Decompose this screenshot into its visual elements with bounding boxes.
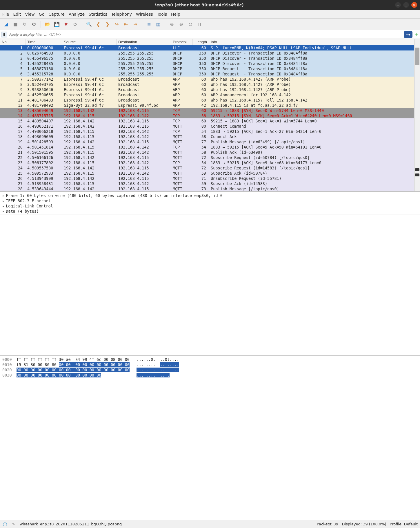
column-time[interactable]: Time [26,39,62,45]
menu-telephony[interactable]: Telephony [111,12,132,17]
stop-capture-icon[interactable]: ■ [12,21,19,28]
tree-item[interactable]: ▸Data (4 bytes) [2,209,418,214]
zoom-out-icon[interactable]: ⊖ [177,21,185,28]
hex-row[interactable]: 0000 ff ff ff ff ff ff 30 ae a4 99 4f 6c… [2,357,418,362]
hex-row[interactable]: 0030 00 00 00 00 00 00 00 00 00 00 00 00… [2,373,418,378]
table-row[interactable]: 144.485715715192.168.4.115192.168.4.142T… [0,113,414,118]
table-row[interactable]: 134.485694049192.168.4.142192.168.4.115T… [0,108,414,113]
display-filter-bar: ▮ →▾ ＋ [0,30,420,39]
expert-info-icon[interactable]: ◯ [2,522,8,527]
colorize-icon[interactable]: ▦ [154,21,162,28]
table-row[interactable]: 73.509377142Espressi_99:4f:6cBroadcastAR… [0,77,414,82]
table-row[interactable]: 274.513958431192.168.4.115192.168.4.142M… [0,181,414,186]
status-bar: ◯ ✎ wireshark_enp3s0_20201118205211_bgO3… [0,520,420,528]
table-row[interactable]: 264.513943909192.168.4.142192.168.4.115M… [0,176,414,181]
menu-help[interactable]: Help [171,12,180,17]
tree-item[interactable]: ▸IEEE 802.3 Ethernet [2,198,418,204]
table-row[interactable]: 194.501428593192.168.4.142192.168.4.115M… [0,139,414,144]
table-row[interactable]: 20.0267649330.0.0.0255.255.255.255DHCP35… [0,50,414,56]
go-back-icon[interactable]: ❮ [94,21,102,28]
packet-list-pane: No. Time Source Destination Protocol Len… [0,39,420,191]
menu-file[interactable]: File [2,12,9,17]
table-row[interactable]: 284.533643444192.168.4.142192.168.4.115M… [0,186,414,191]
table-row[interactable]: 124.481798492Giga-Byt_22:ad:f7Espressi_9… [0,103,414,108]
capture-options-icon[interactable]: ⚙ [30,21,38,28]
table-row[interactable]: 10.000000000Espressi_99:4f:6cBroadcastLL… [0,45,414,50]
column-destination[interactable]: Destination [117,39,171,45]
table-row[interactable]: 184.493099609192.168.4.115192.168.4.142M… [0,134,414,139]
window-minimize-button[interactable]: — [395,2,401,8]
filter-bookmark-icon[interactable]: ▮ [1,32,7,37]
column-source[interactable]: Source [62,39,117,45]
table-row[interactable]: 63.4553157280.0.0.0255.255.255.255DHCP35… [0,71,414,77]
find-packet-icon[interactable]: 🔍 [85,21,93,28]
table-row[interactable]: 254.509572933192.168.4.115192.168.4.142M… [0,171,414,176]
table-row[interactable]: 204.501451814192.168.4.115192.168.4.142T… [0,144,414,150]
table-row[interactable]: 30.4554965750.0.0.0255.255.255.255DHCP35… [0,56,414,61]
table-row[interactable]: 114.481786433Espressi_99:4f:6cBroadcastA… [0,97,414,103]
menu-capture[interactable]: Capture [48,12,65,17]
column-no[interactable]: No. [0,39,26,45]
main-toolbar: ◢ ■ ↻ ⚙ 📂 💾 ✖ ⟳ 🔍 ❮ ❯ ↪ ⇤ ⇥ ≡ ▦ ⊕ ⊖ ⊜ ⫿⫿ [0,19,420,30]
table-row[interactable]: 164.493052171192.168.4.142192.168.4.115M… [0,124,414,129]
table-row[interactable]: 214.501501595192.168.4.115192.168.4.142M… [0,150,414,155]
menu-edit[interactable]: Edit [13,12,21,17]
table-row[interactable]: 174.493066218192.168.4.115192.168.4.142T… [0,129,414,134]
menu-statistics[interactable]: Statistics [89,12,107,17]
go-last-icon[interactable]: ⇥ [132,21,139,28]
save-file-icon[interactable]: 💾 [53,21,61,28]
hex-row[interactable]: 0010 f5 81 80 00 80 80 00 00 00 00 00 00… [2,362,418,368]
menu-bar: File Edit View Go Capture Analyze Statis… [0,10,420,19]
go-forward-icon[interactable]: ❯ [104,21,111,28]
table-row[interactable]: 51.4838731800.0.0.0255.255.255.255DHCP35… [0,66,414,71]
table-row[interactable]: 93.953850646Espressi_99:4f:6cBroadcastAR… [0,87,414,92]
close-file-icon[interactable]: ✖ [62,21,70,28]
display-filter-input[interactable] [8,32,404,37]
column-protocol[interactable]: Protocol [171,39,193,45]
packet-details-pane[interactable]: ▸Frame 1: 60 bytes on wire (480 bits), 6… [0,192,420,214]
status-packets: Packets: 39 · Displayed: 39 (100.0%) [317,522,386,526]
tree-item[interactable]: ▸Logical-Link Control [2,204,418,209]
packet-list-scrollbar[interactable] [414,39,420,191]
table-row[interactable]: 244.509557580192.168.4.142192.168.4.115M… [0,165,414,171]
go-first-icon[interactable]: ⇤ [122,21,130,28]
table-row[interactable]: 224.506166126192.168.4.142192.168.4.115M… [0,155,414,160]
column-length[interactable]: Length [193,39,209,45]
menu-analyze[interactable]: Analyze [69,12,85,17]
restart-capture-icon[interactable]: ↻ [21,21,28,28]
window-maximize-button[interactable]: □ [403,2,409,8]
hex-row[interactable]: 0020 00 00 00 00 00 00 00 00 00 00 00 00… [2,368,418,373]
auto-scroll-icon[interactable]: ≡ [145,21,153,28]
zoom-in-icon[interactable]: ⊕ [168,21,176,28]
status-filename: wireshark_enp3s0_20201118205211_bgO3hQ.p… [20,522,313,526]
start-capture-icon[interactable]: ◢ [2,21,10,28]
capture-file-properties-icon[interactable]: ✎ [11,522,16,527]
window-title: *enp3s0 (ether host 30:ae:a4:99:4f:6c) [3,3,395,7]
window-titlebar: *enp3s0 (ether host 30:ae:a4:99:4f:6c) —… [0,0,420,10]
menu-wireless[interactable]: Wireless [136,12,153,17]
reload-icon[interactable]: ⟳ [72,21,79,28]
menu-tools[interactable]: Tools [157,12,167,17]
resize-columns-icon[interactable]: ⫿⫿ [196,21,203,28]
window-close-button[interactable]: ✕ [411,2,417,8]
column-info[interactable]: Info [209,39,414,45]
packet-bytes-pane[interactable]: 0000 ff ff ff ff ff ff 30 ae a4 99 4f 6c… [0,356,420,379]
packet-list-header[interactable]: No. Time Source Destination Protocol Len… [0,39,414,45]
packet-list[interactable]: No. Time Source Destination Protocol Len… [0,39,414,191]
filter-apply-button[interactable]: →▾ [404,31,412,38]
table-row[interactable]: 83.952403705Espressi_99:4f:6cBroadcastAR… [0,82,414,87]
filter-add-button[interactable]: ＋ [414,31,419,38]
tree-item[interactable]: ▸Frame 1: 60 bytes on wire (480 bits), 6… [2,193,418,198]
status-profile[interactable]: Profile: Default [390,522,418,526]
table-row[interactable]: 154.489504407192.168.4.142192.168.4.115T… [0,118,414,124]
table-row[interactable]: 41.4552284350.0.0.0255.255.255.255DHCP35… [0,61,414,66]
menu-view[interactable]: View [25,12,35,17]
table-row[interactable]: 104.452590655Espressi_99:4f:6cBroadcastA… [0,92,414,97]
go-to-packet-icon[interactable]: ↪ [113,21,121,28]
open-file-icon[interactable]: 📂 [44,21,51,28]
zoom-reset-icon[interactable]: ⊜ [187,21,194,28]
table-row[interactable]: 234.506177802192.168.4.115192.168.4.142T… [0,160,414,165]
menu-go[interactable]: Go [39,12,44,17]
